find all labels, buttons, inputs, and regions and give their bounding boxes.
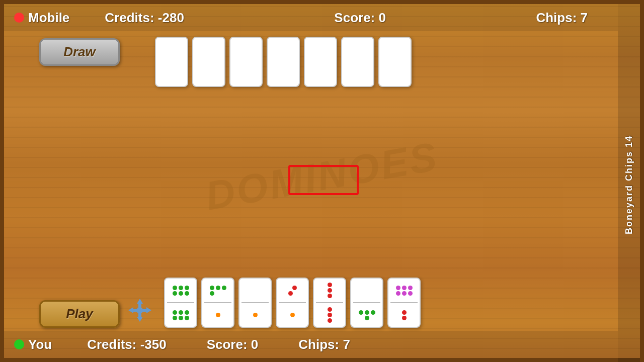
player-tile-2[interactable] xyxy=(201,278,234,328)
player-tile-3[interactable] xyxy=(238,278,272,328)
opponent-hand xyxy=(155,37,412,87)
mobile-dot xyxy=(14,13,24,23)
svg-marker-3 xyxy=(146,307,151,313)
opponent-card-2 xyxy=(192,37,225,87)
draw-button[interactable]: Draw xyxy=(39,38,120,66)
svg-marker-1 xyxy=(137,317,143,322)
mobile-credits: Credits: -280 xyxy=(105,10,184,26)
mobile-score: Score: 0 xyxy=(334,10,386,26)
move-icon xyxy=(127,298,152,323)
player-tile-5[interactable] xyxy=(313,278,346,328)
opponent-card-4 xyxy=(267,37,300,87)
tile-1-bottom xyxy=(165,303,196,327)
opponent-card-5 xyxy=(304,37,337,87)
you-chips: Chips: 7 xyxy=(298,337,350,352)
player-tile-7[interactable] xyxy=(387,278,421,328)
bottom-status-bar: You Credits: -350 Score: 0 Chips: 7 xyxy=(4,331,618,358)
player-tile-6[interactable] xyxy=(350,278,383,328)
you-player-name: You xyxy=(28,337,52,352)
tile-4-top xyxy=(277,279,308,302)
player-hand xyxy=(164,278,421,328)
tile-6-bottom xyxy=(351,303,382,327)
svg-marker-0 xyxy=(137,299,143,304)
you-score: Score: 0 xyxy=(207,337,259,352)
tile-3-bottom xyxy=(239,303,271,327)
mobile-chips: Chips: 7 xyxy=(536,10,588,26)
move-arrows-icon xyxy=(127,298,152,323)
tile-3-top xyxy=(239,279,271,302)
boneyard-sidebar: Boneyard Chips 14 xyxy=(618,4,640,362)
play-button-label: Play xyxy=(66,306,93,322)
tile-6-top xyxy=(351,279,382,302)
opponent-card-7 xyxy=(378,37,412,87)
play-button[interactable]: Play xyxy=(39,300,120,328)
play-area[interactable] xyxy=(288,165,359,195)
you-player-indicator: You xyxy=(14,337,52,352)
tile-5-bottom xyxy=(314,303,345,327)
player-tile-1[interactable] xyxy=(164,278,197,328)
opponent-card-3 xyxy=(229,37,263,87)
draw-button-label: Draw xyxy=(63,44,96,60)
svg-rect-6 xyxy=(138,304,141,317)
tile-7-bottom xyxy=(388,303,420,327)
player-tile-4[interactable] xyxy=(276,278,309,328)
tile-5-top xyxy=(314,279,345,302)
opponent-card-1 xyxy=(155,37,188,87)
tile-2-top xyxy=(202,279,233,302)
opponent-card-6 xyxy=(341,37,374,87)
mobile-player-name: Mobile xyxy=(28,10,69,26)
game-board: DOMINOES Mobile Credits: -280 Score: 0 C… xyxy=(0,0,644,362)
you-dot xyxy=(14,339,24,349)
tile-2-bottom xyxy=(202,303,233,327)
top-status-bar: Mobile Credits: -280 Score: 0 Chips: 7 xyxy=(4,4,618,31)
mobile-player-indicator: Mobile xyxy=(14,10,69,26)
tile-4-bottom xyxy=(277,303,308,327)
tile-1-top xyxy=(165,279,196,302)
you-credits: Credits: -350 xyxy=(87,337,167,352)
svg-marker-2 xyxy=(128,307,133,313)
tile-7-top xyxy=(388,279,420,302)
boneyard-label: Boneyard Chips 14 xyxy=(624,135,634,234)
